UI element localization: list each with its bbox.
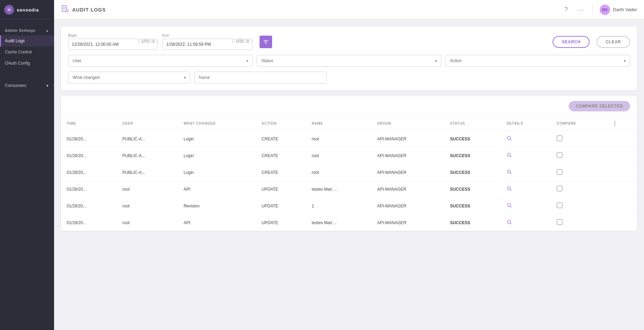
cell-what-changed: Revision: [178, 198, 256, 214]
table-row: 01/28/20... PUBLIC-A... Login CREATE roo…: [61, 147, 637, 164]
table-row: 01/28/20... PUBLIC-A... Login CREATE roo…: [61, 164, 637, 181]
cell-time: 01/28/20...: [61, 164, 117, 181]
cell-action: CREATE: [256, 131, 306, 147]
cell-status: SUCCESS: [444, 131, 501, 147]
cell-user: PUBLIC-A...: [117, 147, 178, 164]
oauth-config-label: OAuth Config: [5, 61, 30, 66]
col-more: ⋮: [606, 117, 637, 131]
cell-time: 01/28/20...: [61, 147, 117, 164]
col-compare: COMPARE: [551, 117, 606, 131]
details-search-icon[interactable]: [507, 220, 512, 226]
cell-compare[interactable]: [551, 181, 606, 198]
data-table: TIME USER WHAT CHANGED ACTION NAME ORIGI…: [61, 117, 637, 231]
begin-utc-badge: UTC -3: [138, 39, 158, 43]
cell-status: SUCCESS: [444, 198, 501, 214]
cell-time: 01/28/20...: [61, 214, 117, 231]
cell-status: SUCCESS: [444, 164, 501, 181]
cell-action: UPDATE: [256, 181, 306, 198]
action-dropdown[interactable]: Action: [445, 55, 630, 67]
name-input[interactable]: [194, 72, 327, 83]
cell-details[interactable]: [501, 181, 551, 198]
cell-compare[interactable]: [551, 147, 606, 164]
cell-status: SUCCESS: [444, 214, 501, 231]
cell-compare[interactable]: [551, 164, 606, 181]
status-dropdown[interactable]: Status: [257, 55, 441, 67]
admin-settings-section: Admin Settings ▲ Audit Logs Cache Contro…: [0, 20, 54, 74]
details-search-icon[interactable]: [507, 153, 512, 159]
topbar-left: AUDIT LOGS: [61, 5, 106, 14]
cell-user: PUBLIC-A...: [117, 164, 178, 181]
cell-details[interactable]: [501, 164, 551, 181]
compare-checkbox[interactable]: [557, 135, 562, 141]
clear-button[interactable]: CLEAR: [597, 36, 630, 48]
audit-logs-icon: [61, 5, 69, 14]
cell-name: root: [306, 147, 372, 164]
topbar-right: ? ⋯ DV Darth Vader: [563, 5, 637, 15]
cell-what-changed: Login: [178, 131, 256, 147]
more-options-icon[interactable]: ⋮: [612, 120, 618, 126]
table-body: 01/28/20... PUBLIC-A... Login CREATE roo…: [61, 131, 637, 231]
cell-origin: API-MANAGER: [372, 131, 444, 147]
col-user: USER: [117, 117, 178, 131]
compare-checkbox[interactable]: [557, 169, 562, 175]
compare-checkbox[interactable]: [557, 186, 562, 191]
end-utc-badge: UTC -3: [232, 39, 252, 43]
compare-checkbox[interactable]: [557, 203, 562, 208]
details-search-icon[interactable]: [507, 186, 512, 192]
end-label: End: [162, 34, 252, 37]
sidebar: sensedia Admin Settings ▲ Audit Logs Cac…: [0, 0, 54, 330]
cell-time: 01/28/20...: [61, 181, 117, 198]
col-time: TIME: [61, 117, 117, 131]
help-button[interactable]: ?: [563, 5, 569, 15]
sidebar-item-cache-control[interactable]: Cache Control: [0, 46, 54, 58]
user-area[interactable]: DV Darth Vader: [600, 5, 637, 15]
cell-origin: API-MANAGER: [372, 214, 444, 231]
filter-options-button[interactable]: [260, 36, 272, 48]
sidebar-item-oauth-config[interactable]: OAuth Config: [0, 58, 54, 69]
admin-settings-header[interactable]: Admin Settings ▲: [0, 25, 54, 35]
cell-details[interactable]: [501, 198, 551, 214]
table-area: COMPARE SELECTED TIME USER WHAT CHANGED …: [61, 96, 637, 231]
cell-action: CREATE: [256, 164, 306, 181]
cell-what-changed: Login: [178, 147, 256, 164]
compare-checkbox[interactable]: [557, 219, 562, 225]
compare-checkbox[interactable]: [557, 152, 562, 158]
col-name: NAME: [306, 117, 372, 131]
admin-settings-chevron: ▲: [46, 29, 49, 32]
what-changed-dropdown[interactable]: What changed: [68, 72, 190, 83]
cell-user: root: [117, 198, 178, 214]
cell-more: [606, 147, 637, 164]
cell-origin: API-MANAGER: [372, 147, 444, 164]
filter-area: Begin UTC -3 End UTC -3: [61, 27, 637, 90]
cell-compare[interactable]: [551, 131, 606, 147]
cell-user: root: [117, 214, 178, 231]
consumers-header[interactable]: Consumers ▼: [0, 80, 54, 91]
cell-details[interactable]: [501, 131, 551, 147]
cell-action: UPDATE: [256, 198, 306, 214]
details-search-icon[interactable]: [507, 136, 512, 142]
begin-date-input[interactable]: [68, 39, 138, 50]
audit-logs-label: Audit Logs: [5, 38, 25, 43]
user-dropdown-wrapper: User ▼: [68, 55, 253, 67]
cell-name: testes Mari ...: [306, 181, 372, 198]
cell-what-changed: API: [178, 214, 256, 231]
cell-details[interactable]: [501, 147, 551, 164]
sidebar-item-audit-logs[interactable]: Audit Logs: [0, 35, 54, 46]
user-dropdown[interactable]: User: [68, 55, 253, 67]
logo-text: sensedia: [17, 7, 39, 13]
details-search-icon[interactable]: [507, 203, 512, 209]
col-origin: ORIGIN: [372, 117, 444, 131]
details-search-icon[interactable]: [507, 170, 512, 176]
cell-details[interactable]: [501, 214, 551, 231]
apps-button[interactable]: ⋯: [576, 5, 585, 15]
date-filter-row: Begin UTC -3 End UTC -3: [68, 34, 630, 50]
sidebar-logo[interactable]: sensedia: [0, 0, 54, 20]
cell-compare[interactable]: [551, 198, 606, 214]
cell-compare[interactable]: [551, 214, 606, 231]
begin-date-field: Begin UTC -3: [68, 34, 158, 50]
compare-selected-button[interactable]: COMPARE SELECTED: [569, 101, 630, 111]
status-dropdown-wrapper: Status ▼: [257, 55, 441, 67]
cell-time: 01/28/20...: [61, 131, 117, 147]
end-date-input[interactable]: [163, 39, 232, 50]
search-button[interactable]: SEARCH: [553, 36, 590, 48]
